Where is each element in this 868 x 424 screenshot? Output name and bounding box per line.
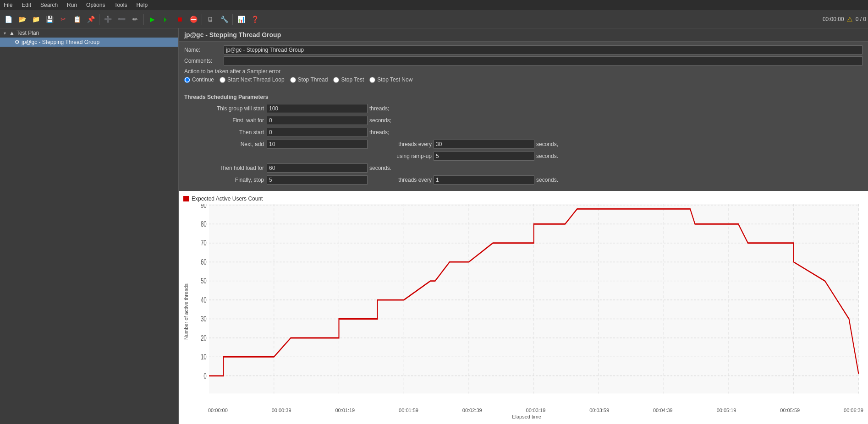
- param-threads-every2-input[interactable]: [434, 175, 534, 185]
- toolbar: 📄 📂 📁 💾 ✂ 📋 📌 ➕ ➖ ✏ ▶ ⏵ ⏹ ⛔ 🖥 🔧 📊 ❓ 00:0…: [0, 10, 868, 28]
- params-section: Threads Scheduling Parameters This group…: [179, 90, 868, 191]
- param-hold-load-row: Then hold load for seconds.: [184, 163, 863, 173]
- param-hold-load-unit: seconds.: [369, 165, 391, 171]
- menu-file[interactable]: File: [2, 1, 14, 9]
- remote-stop[interactable]: 🔧: [218, 13, 231, 26]
- start-button[interactable]: ▶: [146, 13, 159, 26]
- svg-text:60: 60: [201, 258, 207, 266]
- start-no-pauses[interactable]: ⏵: [159, 13, 172, 26]
- x-tick-3: 00:01:59: [399, 408, 418, 413]
- param-threads-every-unit: seconds,: [536, 141, 558, 147]
- param-threads-every2-label: threads every: [386, 177, 432, 183]
- x-tick-7: 00:04:39: [653, 408, 673, 413]
- chart-inner: 0 10 20 30 40 50 60 70 80 90: [190, 204, 863, 419]
- param-first-wait-input[interactable]: [267, 116, 368, 125]
- y-axis-label: Number of active threads: [183, 204, 189, 419]
- comments-input[interactable]: [224, 56, 863, 65]
- menu-help[interactable]: Help: [134, 1, 149, 9]
- svg-text:50: 50: [201, 277, 207, 285]
- form-area: Name: Comments: Action to be taken after…: [179, 42, 868, 90]
- param-ramp-up-unit: seconds.: [536, 153, 558, 159]
- svg-text:90: 90: [201, 204, 207, 209]
- chart-legend: Expected Active Users Count: [183, 196, 863, 202]
- tree-toggle[interactable]: ▾: [4, 31, 9, 36]
- test-plan-label: Test Plan: [16, 30, 39, 36]
- menu-search[interactable]: Search: [38, 1, 60, 9]
- svg-text:80: 80: [201, 220, 207, 228]
- action-start-next-label: Start Next Thread Loop: [227, 76, 285, 83]
- params-title: Threads Scheduling Parameters: [184, 94, 863, 100]
- help-button[interactable]: ❓: [248, 13, 261, 26]
- param-next-add-input[interactable]: [267, 140, 368, 149]
- action-stop-test-now[interactable]: Stop Test Now: [369, 76, 412, 83]
- close-button[interactable]: 📁: [29, 13, 42, 26]
- param-threads-every-label: threads every: [386, 141, 432, 147]
- param-threads-every2-unit: seconds.: [536, 177, 558, 183]
- action-stop-test-now-label: Stop Test Now: [377, 76, 412, 83]
- param-first-wait-row: First, wait for seconds;: [184, 116, 863, 125]
- new-button[interactable]: 📄: [2, 13, 15, 26]
- svg-text:40: 40: [201, 296, 207, 304]
- name-label: Name:: [184, 47, 221, 53]
- menu-bar: File Edit Search Run Options Tools Help: [0, 0, 868, 10]
- edit-button[interactable]: ✏: [129, 13, 142, 26]
- thread-group-icon: ⚙: [15, 39, 20, 45]
- param-ramp-up-input[interactable]: [434, 152, 534, 161]
- param-then-start-input[interactable]: [267, 128, 368, 137]
- action-stop-test[interactable]: Stop Test: [333, 76, 364, 83]
- param-next-add-row: Next, add threads every seconds,: [184, 140, 863, 149]
- param-finally-stop-row: Finally, stop threads every seconds.: [184, 175, 863, 185]
- action-continue[interactable]: Continue: [184, 76, 214, 83]
- action-start-next[interactable]: Start Next Thread Loop: [220, 76, 285, 83]
- stop-button[interactable]: ⏹: [173, 13, 186, 26]
- action-stop-test-label: Stop Test: [341, 76, 364, 83]
- panel-title: jp@gc - Stepping Thread Group: [179, 28, 868, 42]
- svg-text:10: 10: [201, 353, 207, 361]
- remove-button[interactable]: ➖: [115, 13, 128, 26]
- open-button[interactable]: 📂: [16, 13, 28, 26]
- sidebar-item-stepping-thread-group[interactable]: ⚙ jp@gc - Stepping Thread Group: [0, 38, 178, 47]
- status-time: 00:00:00: [823, 16, 844, 22]
- legend-color-box: [183, 196, 189, 201]
- param-finally-stop-label: Finally, stop: [184, 177, 267, 183]
- param-group-start-input[interactable]: [267, 104, 368, 113]
- x-tick-1: 00:00:39: [272, 408, 291, 413]
- add-button[interactable]: ➕: [101, 13, 114, 26]
- warning-icon: ⚠: [847, 16, 853, 23]
- param-group-start-row: This group will start threads;: [184, 104, 863, 113]
- action-stop-thread[interactable]: Stop Thread: [290, 76, 328, 83]
- x-axis-label: Elapsed time: [190, 414, 863, 419]
- param-first-wait-label: First, wait for: [184, 117, 267, 124]
- thread-group-label: jp@gc - Stepping Thread Group: [22, 39, 99, 45]
- comments-row: Comments:: [184, 56, 863, 65]
- save-button[interactable]: 💾: [43, 13, 56, 26]
- param-then-start-row: Then start threads;: [184, 128, 863, 137]
- paste-button[interactable]: 📌: [84, 13, 97, 26]
- chart-area: Expected Active Users Count Number of ac…: [179, 191, 868, 424]
- param-group-start-unit: threads;: [369, 105, 389, 112]
- x-tick-5: 00:03:19: [526, 408, 546, 413]
- x-tick-10: 00:06:39: [844, 408, 863, 413]
- remote-start[interactable]: 🖥: [204, 13, 217, 26]
- chart-title: Expected Active Users Count: [192, 196, 263, 202]
- menu-edit[interactable]: Edit: [20, 1, 33, 9]
- status-threads: 0 / 0: [856, 16, 866, 22]
- stop-now-button[interactable]: ⛔: [187, 13, 200, 26]
- copy-button[interactable]: 📋: [71, 13, 83, 26]
- x-tick-6: 00:03:59: [589, 408, 609, 413]
- svg-text:30: 30: [201, 315, 207, 323]
- save-as-button[interactable]: ✂: [57, 13, 70, 26]
- menu-options[interactable]: Options: [84, 1, 107, 9]
- name-input[interactable]: [224, 45, 863, 54]
- menu-run[interactable]: Run: [65, 1, 79, 9]
- list-view[interactable]: 📊: [235, 13, 247, 26]
- chart-svg-wrap: 0 10 20 30 40 50 60 70 80 90: [190, 204, 863, 407]
- svg-text:20: 20: [201, 334, 207, 342]
- param-then-start-label: Then start: [184, 129, 267, 136]
- menu-tools[interactable]: Tools: [112, 1, 129, 9]
- param-threads-every-input[interactable]: [434, 140, 534, 149]
- sidebar-item-test-plan[interactable]: ▾ ▲ Test Plan: [0, 28, 178, 38]
- param-hold-load-input[interactable]: [267, 163, 368, 173]
- param-finally-stop-input[interactable]: [267, 175, 368, 185]
- x-tick-4: 00:02:39: [462, 408, 482, 413]
